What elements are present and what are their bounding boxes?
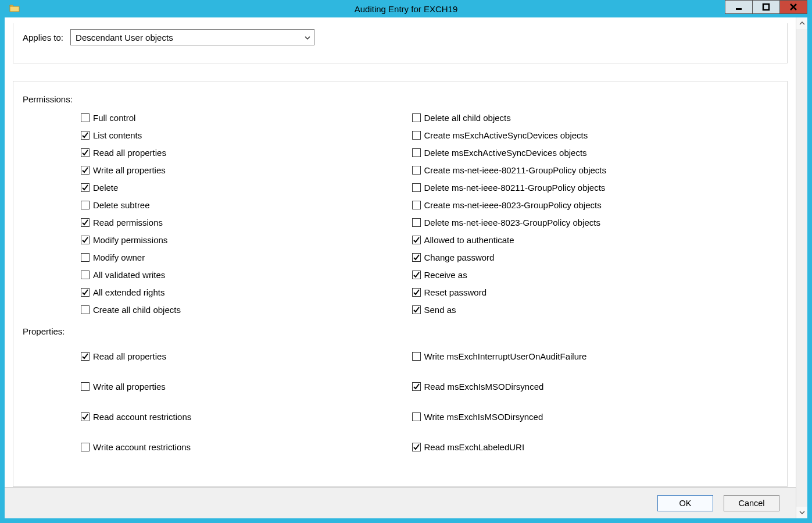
permission-row: List contents bbox=[81, 126, 400, 144]
permission-label: All extended rights bbox=[93, 287, 164, 297]
permission-row: Allowed to authenticate bbox=[412, 231, 778, 248]
content-area: Applies to: Descendant User objects Perm… bbox=[5, 17, 796, 518]
permission-label: Create msExchActiveSyncDevices objects bbox=[424, 130, 588, 140]
window-title: Auditing Entry for EXCH19 bbox=[5, 4, 807, 14]
permission-checkbox[interactable] bbox=[412, 183, 421, 192]
svg-rect-1 bbox=[763, 4, 769, 10]
property-row: Write account restrictions bbox=[81, 432, 400, 462]
permission-checkbox[interactable] bbox=[81, 288, 90, 297]
property-checkbox[interactable] bbox=[412, 382, 421, 391]
property-row: Write msExchIsMSODirsynced bbox=[412, 401, 778, 432]
permission-label: All validated writes bbox=[93, 270, 165, 280]
permission-label: Delete bbox=[93, 183, 118, 193]
permission-row: Write all properties bbox=[81, 161, 400, 179]
permission-checkbox[interactable] bbox=[81, 253, 90, 262]
permission-row: Delete ms-net-ieee-80211-GroupPolicy obj… bbox=[412, 179, 778, 196]
folder-icon bbox=[9, 3, 20, 14]
permission-checkbox[interactable] bbox=[81, 148, 90, 157]
property-row: Read all properties bbox=[81, 341, 400, 371]
permission-checkbox[interactable] bbox=[412, 113, 421, 122]
applies-to-label: Applies to: bbox=[23, 33, 63, 42]
permission-row: Delete subtree bbox=[81, 196, 400, 214]
permission-label: Send as bbox=[424, 305, 456, 315]
permission-label: Delete all child objects bbox=[424, 113, 511, 123]
permission-label: Delete ms-net-ieee-80211-GroupPolicy obj… bbox=[424, 183, 606, 193]
property-checkbox[interactable] bbox=[81, 352, 90, 361]
property-label: Write account restrictions bbox=[93, 442, 191, 452]
permission-checkbox[interactable] bbox=[412, 236, 421, 244]
permission-row: Read all properties bbox=[81, 144, 400, 161]
permission-row: Reset password bbox=[412, 283, 778, 301]
property-checkbox[interactable] bbox=[412, 352, 421, 361]
permission-label: Create ms-net-ieee-8023-GroupPolicy obje… bbox=[424, 200, 602, 210]
permission-checkbox[interactable] bbox=[412, 271, 421, 279]
permission-label: Create ms-net-ieee-80211-GroupPolicy obj… bbox=[424, 165, 606, 175]
ok-button[interactable]: OK bbox=[657, 495, 713, 511]
permission-checkbox[interactable] bbox=[412, 253, 421, 262]
permission-checkbox[interactable] bbox=[81, 305, 90, 314]
permission-checkbox[interactable] bbox=[412, 305, 421, 314]
applies-to-selected-value: Descendant User objects bbox=[76, 33, 173, 42]
permission-row: Delete bbox=[81, 179, 400, 196]
permissions-columns: Full controlList contentsRead all proper… bbox=[23, 109, 778, 318]
permission-label: Allowed to authenticate bbox=[424, 235, 514, 245]
scroll-track[interactable] bbox=[796, 29, 807, 507]
close-button[interactable] bbox=[779, 0, 807, 14]
permission-label: Full control bbox=[93, 113, 135, 123]
property-label: Read all properties bbox=[93, 351, 166, 361]
property-row: Write all properties bbox=[81, 371, 400, 401]
titlebar: Auditing Entry for EXCH19 bbox=[5, 0, 807, 17]
window-controls bbox=[725, 0, 807, 14]
permission-label: Delete ms-net-ieee-8023-GroupPolicy obje… bbox=[424, 218, 600, 227]
permission-checkbox[interactable] bbox=[81, 218, 90, 227]
property-checkbox[interactable] bbox=[81, 412, 90, 421]
vertical-scrollbar[interactable] bbox=[796, 17, 807, 518]
maximize-button[interactable] bbox=[752, 0, 780, 14]
permission-checkbox[interactable] bbox=[412, 148, 421, 157]
property-checkbox[interactable] bbox=[81, 443, 90, 451]
permission-checkbox[interactable] bbox=[412, 131, 421, 140]
property-checkbox[interactable] bbox=[412, 443, 421, 451]
permission-checkbox[interactable] bbox=[81, 166, 90, 175]
property-label: Read msExchIsMSODirsynced bbox=[424, 382, 544, 392]
permission-checkbox[interactable] bbox=[412, 218, 421, 227]
permission-label: Write all properties bbox=[93, 165, 166, 175]
permission-checkbox[interactable] bbox=[412, 166, 421, 175]
applies-to-panel: Applies to: Descendant User objects bbox=[13, 23, 788, 63]
property-row: Read msExchLabeledURI bbox=[412, 432, 778, 462]
property-row: Read msExchIsMSODirsynced bbox=[412, 371, 778, 401]
applies-to-select[interactable]: Descendant User objects bbox=[70, 29, 314, 45]
scroll-down-icon[interactable] bbox=[796, 507, 807, 518]
permission-row: Delete ms-net-ieee-8023-GroupPolicy obje… bbox=[412, 214, 778, 231]
cancel-button-label: Cancel bbox=[738, 499, 764, 508]
permission-label: Change password bbox=[424, 252, 495, 262]
client-area: Applies to: Descendant User objects Perm… bbox=[5, 17, 807, 518]
permission-checkbox[interactable] bbox=[412, 201, 421, 209]
permission-row: Full control bbox=[81, 109, 400, 126]
permission-checkbox[interactable] bbox=[81, 183, 90, 192]
property-checkbox[interactable] bbox=[412, 412, 421, 421]
permission-row: Send as bbox=[412, 301, 778, 318]
minimize-button[interactable] bbox=[725, 0, 753, 14]
permission-checkbox[interactable] bbox=[81, 113, 90, 122]
permission-checkbox[interactable] bbox=[81, 131, 90, 140]
property-label: Write all properties bbox=[93, 382, 166, 392]
permission-row: Create all child objects bbox=[81, 301, 400, 318]
property-checkbox[interactable] bbox=[81, 382, 90, 391]
permission-checkbox[interactable] bbox=[412, 288, 421, 297]
permission-checkbox[interactable] bbox=[81, 271, 90, 279]
permission-row: Delete all child objects bbox=[412, 109, 778, 126]
permission-label: List contents bbox=[93, 130, 142, 140]
permission-label: Read all properties bbox=[93, 148, 166, 158]
permission-row: Read permissions bbox=[81, 214, 400, 231]
scroll-up-icon[interactable] bbox=[796, 17, 807, 29]
permission-row: Create ms-net-ieee-8023-GroupPolicy obje… bbox=[412, 196, 778, 214]
permission-label: Read permissions bbox=[93, 218, 163, 227]
permission-label: Delete msExchActiveSyncDevices objects bbox=[424, 148, 587, 158]
properties-section-label: Properties: bbox=[23, 326, 778, 336]
permission-checkbox[interactable] bbox=[81, 236, 90, 244]
cancel-button[interactable]: Cancel bbox=[724, 495, 779, 511]
permission-label: Modify owner bbox=[93, 252, 145, 262]
permission-checkbox[interactable] bbox=[81, 201, 90, 209]
permission-label: Reset password bbox=[424, 287, 487, 297]
